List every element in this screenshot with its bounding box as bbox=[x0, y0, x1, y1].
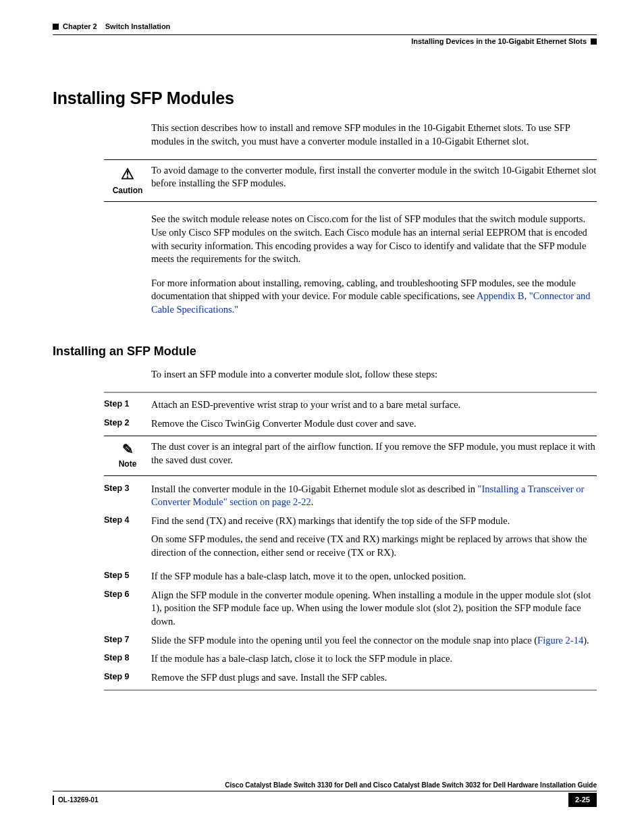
step-row: Step 1 Attach an ESD-preventive wrist st… bbox=[104, 398, 597, 412]
step-label: Step 4 bbox=[104, 515, 151, 565]
text-run: ). bbox=[583, 635, 589, 646]
note-label-block: ✎ Note bbox=[104, 436, 151, 469]
note-body: The dust cover is an integral part of th… bbox=[151, 436, 597, 469]
document-page: Chapter 2 Switch Installation Installing… bbox=[0, 0, 644, 834]
step-label: Step 2 bbox=[104, 417, 151, 431]
footer-guide-title: Cisco Catalyst Blade Switch 3130 for Del… bbox=[53, 781, 597, 792]
header-rule bbox=[53, 34, 597, 35]
note-icon: ✎ bbox=[122, 440, 134, 459]
step-list-cont: Step 3 Install the converter module in t… bbox=[104, 483, 597, 685]
chapter-title: Switch Installation bbox=[105, 22, 171, 32]
caution-label: Caution bbox=[113, 186, 143, 195]
page-footer: Cisco Catalyst Blade Switch 3130 for Del… bbox=[53, 781, 597, 807]
heading-1: Installing SFP Modules bbox=[53, 87, 597, 110]
running-header-sub: Installing Devices in the 10-Gigabit Eth… bbox=[53, 36, 597, 47]
chapter-label: Chapter 2 bbox=[63, 22, 97, 32]
step-label: Step 9 bbox=[104, 671, 151, 685]
step-row: Step 9 Remove the SFP dust plugs and sav… bbox=[104, 671, 597, 685]
footer-bar-icon bbox=[53, 796, 54, 805]
figure-link[interactable]: Figure 2-14 bbox=[537, 635, 583, 646]
paragraph: For more information about installing, r… bbox=[151, 277, 597, 317]
step-list: Step 1 Attach an ESD-preventive wrist st… bbox=[104, 392, 597, 430]
step-body: Align the SFP module in the converter mo… bbox=[151, 589, 597, 629]
paragraph: See the switch module release notes on C… bbox=[151, 213, 597, 265]
step-row: Step 5 If the SFP module has a bale-clas… bbox=[104, 570, 597, 583]
step-row: Step 3 Install the converter module in t… bbox=[104, 483, 597, 509]
step-label: Step 8 bbox=[104, 652, 151, 666]
note-callout: ✎ Note The dust cover is an integral par… bbox=[104, 436, 597, 475]
step-row: Step 2 Remove the Cisco TwinGig Converte… bbox=[104, 417, 597, 431]
note-label: Note bbox=[119, 459, 137, 469]
page-number-badge: 2-25 bbox=[568, 793, 597, 807]
text-run: Install the converter module in the 10-G… bbox=[151, 484, 478, 494]
text-run: Slide the SFP module into the opening un… bbox=[151, 635, 537, 646]
step-body: Install the converter module in the 10-G… bbox=[151, 483, 597, 509]
footer-doc-id: OL-13269-01 bbox=[58, 796, 98, 805]
paragraph: This section describes how to install an… bbox=[151, 122, 597, 148]
header-marker-icon bbox=[591, 38, 597, 45]
step-row: Step 7 Slide the SFP module into the ope… bbox=[104, 634, 597, 648]
step-list-end-rule bbox=[104, 689, 597, 691]
step-body: Slide the SFP module into the opening un… bbox=[151, 634, 597, 648]
caution-body: To avoid damage to the converter module,… bbox=[151, 164, 597, 197]
step-label: Step 5 bbox=[104, 570, 151, 583]
step-label: Step 6 bbox=[104, 589, 151, 629]
step-body: Remove the SFP dust plugs and save. Inst… bbox=[151, 671, 597, 685]
step-row: Step 4 Find the send (TX) and receive (R… bbox=[104, 515, 597, 565]
text-run: . bbox=[311, 496, 314, 507]
step-label: Step 3 bbox=[104, 483, 151, 509]
step-body: Attach an ESD-preventive wrist strap to … bbox=[151, 398, 597, 412]
step-body: If the SFP module has a bale-clasp latch… bbox=[151, 570, 597, 583]
footer-doc-id-block: OL-13269-01 bbox=[53, 796, 98, 805]
step-row: Step 6 Align the SFP module in the conve… bbox=[104, 589, 597, 629]
paragraph: On some SFP modules, the send and receiv… bbox=[151, 533, 597, 559]
caution-icon: ⚠ bbox=[104, 164, 151, 184]
running-header-top: Chapter 2 Switch Installation bbox=[53, 22, 597, 32]
step-label: Step 1 bbox=[104, 398, 151, 412]
caution-callout: ⚠ Caution To avoid damage to the convert… bbox=[104, 159, 597, 203]
paragraph: To insert an SFP module into a converter… bbox=[151, 368, 597, 382]
heading-2: Installing an SFP Module bbox=[53, 343, 597, 359]
header-marker-icon bbox=[53, 24, 59, 30]
caution-label-block: ⚠ Caution bbox=[104, 164, 151, 197]
step-body: If the module has a bale-clasp latch, cl… bbox=[151, 652, 597, 666]
step-body: Find the send (TX) and receive (RX) mark… bbox=[151, 515, 597, 565]
section-title: Installing Devices in the 10-Gigabit Eth… bbox=[411, 36, 587, 47]
step-label: Step 7 bbox=[104, 634, 151, 648]
step-row: Step 8 If the module has a bale-clasp la… bbox=[104, 652, 597, 666]
paragraph: Find the send (TX) and receive (RX) mark… bbox=[151, 515, 597, 528]
step-body: Remove the Cisco TwinGig Converter Modul… bbox=[151, 417, 597, 431]
